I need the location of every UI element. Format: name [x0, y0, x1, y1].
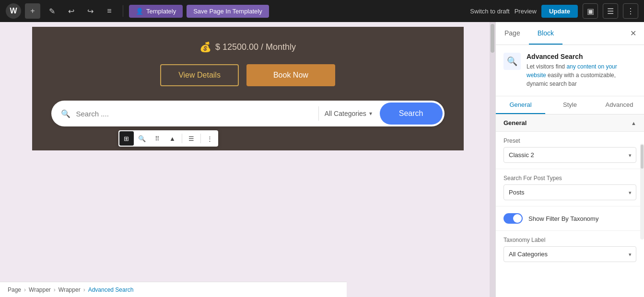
category-text: All Categories: [325, 110, 366, 117]
block-info: 🔍 Advanced Search Let visitors find any …: [496, 45, 644, 96]
tab-general[interactable]: General: [496, 96, 545, 114]
search-icon: 🔍: [51, 109, 76, 118]
block-search-button[interactable]: 🔍: [135, 131, 149, 146]
preview-button[interactable]: Preview: [515, 8, 537, 15]
search-bar: 🔍 All Categories ▾ Search: [51, 101, 445, 126]
taxonomy-label-title: Taxonomy Label: [503, 237, 636, 243]
category-selector[interactable]: All Categories ▾: [319, 110, 378, 117]
content-block: 💰 $ 12500.00 / Monthly ⊞ 🔍 ⠿ ▲ ☰ ⋮ View …: [32, 27, 464, 150]
chevron-down-icon: ▾: [369, 110, 372, 117]
block-up-button[interactable]: ▲: [165, 131, 180, 146]
more-options-button[interactable]: ⋮: [623, 3, 638, 19]
block-title: Advanced Search: [527, 53, 636, 60]
button-row: ⊞ 🔍 ⠿ ▲ ☰ ⋮ View Details Book Now: [51, 64, 445, 86]
panel-close-button[interactable]: ✕: [622, 22, 644, 45]
view-details-button[interactable]: View Details: [160, 64, 239, 86]
price-text: $ 12500.00 / Monthly: [215, 42, 296, 52]
block-drag-button[interactable]: ⠿: [150, 131, 164, 146]
search-for-field: Search For Post Types Posts Pages ▾: [496, 169, 644, 206]
update-button[interactable]: Update: [541, 5, 578, 18]
undo-button[interactable]: ↩: [63, 3, 79, 19]
search-for-select[interactable]: Posts Pages: [503, 184, 636, 200]
general-section-title: General: [503, 119, 527, 126]
main-layout: 💰 $ 12500.00 / Monthly ⊞ 🔍 ⠿ ▲ ☰ ⋮ View …: [0, 22, 644, 297]
toolbar-sep2: [200, 134, 201, 143]
preset-select[interactable]: Classic 2 Classic 1: [503, 147, 636, 163]
block-desc: Let visitors find any content on your we…: [527, 62, 636, 88]
right-panel: Page Block ✕ 🔍 Advanced Search Let visit…: [495, 22, 644, 297]
block-type-button[interactable]: ⊞: [119, 131, 134, 146]
filter-taxonomy-toggle[interactable]: [503, 213, 523, 224]
preset-field: Preset Classic 2 Classic 1 ▾: [496, 132, 644, 169]
tab-advanced[interactable]: Advanced: [595, 96, 644, 114]
panel-tab-page[interactable]: Page: [496, 23, 529, 45]
toolbar-separator: [123, 5, 123, 17]
chevron-up-icon: ▲: [631, 120, 636, 126]
switch-draft-button[interactable]: Switch to draft: [470, 8, 509, 15]
block-desc-part1: Let visitors find: [527, 63, 566, 70]
taxonomy-select[interactable]: All Categories: [503, 246, 636, 262]
search-for-label: Search For Post Types: [503, 175, 636, 182]
topbar-right: Switch to draft Preview Update ▣ ☰ ⋮: [470, 3, 638, 19]
breadcrumb-bar: Page › Wrapper › Wrapper › Advanced Sear…: [0, 282, 347, 297]
wp-logo: W: [6, 3, 21, 19]
filter-taxonomy-label: Show Filter By Taxonomy: [528, 215, 598, 222]
options-button[interactable]: ☰: [603, 3, 618, 19]
breadcrumb-wrapper1[interactable]: Wrapper: [29, 286, 51, 293]
panel-scrollbar[interactable]: [640, 144, 644, 240]
panel-content: General ▲ Preset Classic 2 Classic 1 ▾ S…: [496, 114, 644, 297]
block-description: Advanced Search Let visitors find any co…: [527, 53, 636, 88]
price-icon: 💰: [199, 41, 211, 53]
book-now-button[interactable]: Book Now: [246, 64, 335, 86]
list-view-button[interactable]: ≡: [102, 3, 117, 19]
canvas-scrollbar[interactable]: [490, 22, 495, 297]
panel-header: Page Block ✕: [496, 22, 644, 45]
breadcrumb-page[interactable]: Page: [8, 286, 21, 293]
taxonomy-select-wrapper[interactable]: All Categories ▾: [503, 246, 636, 262]
templately-label: Templately: [146, 8, 176, 15]
block-more-button[interactable]: ⋮: [203, 131, 217, 146]
price-row: 💰 $ 12500.00 / Monthly: [51, 41, 445, 53]
panel-tab-block[interactable]: Block: [529, 23, 562, 45]
block-align-button[interactable]: ☰: [184, 131, 199, 146]
top-toolbar: W + ✎ ↩ ↪ ≡ 👤 Templately Save Page In Te…: [0, 0, 644, 22]
toolbar-sep: [182, 134, 182, 143]
edit-button[interactable]: ✎: [44, 3, 59, 19]
breadcrumb-sep2: ›: [54, 286, 56, 293]
preset-label: Preset: [503, 137, 636, 144]
breadcrumb-advanced-search[interactable]: Advanced Search: [88, 286, 134, 293]
general-section-header[interactable]: General ▲: [496, 114, 644, 132]
search-input[interactable]: [76, 103, 318, 125]
search-block-icon: 🔍: [507, 56, 517, 67]
block-type-icon: 🔍: [503, 53, 521, 70]
save-page-button[interactable]: Save Page In Templately: [187, 5, 269, 18]
panel-toggle-button[interactable]: ▣: [583, 3, 598, 19]
panel-scrollbar-thumb: [641, 145, 644, 169]
canvas-area: 💰 $ 12500.00 / Monthly ⊞ 🔍 ⠿ ▲ ☰ ⋮ View …: [0, 22, 495, 297]
breadcrumb-wrapper2[interactable]: Wrapper: [59, 286, 81, 293]
tab-style[interactable]: Style: [545, 96, 595, 114]
breadcrumb-sep1: ›: [24, 286, 26, 293]
templately-button[interactable]: 👤 Templately: [129, 5, 183, 18]
breadcrumb-sep3: ›: [83, 286, 85, 293]
taxonomy-section: Taxonomy Label All Categories ▾: [496, 231, 644, 268]
templately-icon: 👤: [136, 8, 143, 15]
search-for-select-wrapper[interactable]: Posts Pages ▾: [503, 184, 636, 200]
canvas-scrollbar-thumb: [491, 24, 494, 53]
panel-sub-tabs: General Style Advanced: [496, 96, 644, 114]
preset-select-wrapper[interactable]: Classic 2 Classic 1 ▾: [503, 147, 636, 163]
search-button[interactable]: Search: [380, 103, 443, 125]
block-toolbar: ⊞ 🔍 ⠿ ▲ ☰ ⋮: [118, 130, 218, 147]
toggle-knob: [513, 214, 522, 223]
add-block-button[interactable]: +: [25, 3, 40, 19]
filter-taxonomy-toggle-row: Show Filter By Taxonomy: [496, 206, 644, 231]
redo-button[interactable]: ↪: [82, 3, 98, 19]
